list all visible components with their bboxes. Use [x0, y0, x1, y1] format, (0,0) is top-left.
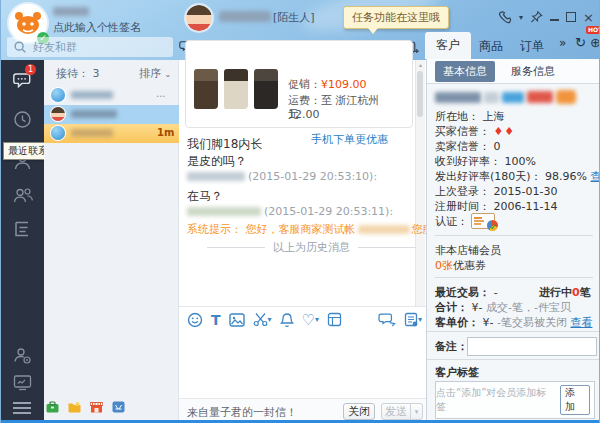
coupon-row: 0张优惠券 [435, 258, 486, 273]
mobile-order-link[interactable]: 手机下单更优惠 [311, 132, 388, 147]
sidebar-account-settings-icon[interactable] [13, 346, 33, 366]
subtab-basic-info[interactable]: 基本信息 [435, 61, 495, 82]
sidebar-workbench-icon[interactable] [13, 374, 33, 394]
tags-placeholder: 点击“添加”对会员添加标签 [436, 386, 556, 414]
reception-count: 接待： 3 [56, 66, 100, 81]
sidebar-messages-icon[interactable] [13, 72, 33, 92]
my-name-blurred [53, 7, 89, 16]
add-panel-icon[interactable]: ⊕ [590, 35, 600, 50]
pin-icon[interactable] [530, 10, 543, 24]
aliwangwang-window: ✓ 点此输入个性签名 [陌生人] ▾ ▾ [0, 0, 600, 423]
quick-reply-icon[interactable] [327, 312, 342, 327]
signature-text[interactable]: 点此输入个性签名 [53, 20, 141, 35]
sort-label: 排序 [139, 67, 161, 80]
in-progress-pre: 进行中 [539, 286, 572, 299]
product-card[interactable]: 促销：¥109.00 运费：至 浙江杭州 12.00 元 [185, 40, 413, 128]
promo-line: 促销：¥109.00 [288, 77, 367, 92]
font-icon[interactable]: T [211, 312, 221, 328]
apps-grid-icon[interactable] [112, 401, 125, 413]
tab-product[interactable]: 商品 [479, 38, 503, 55]
input-toolbar: T ▾ ♡ ▾ ▾ [179, 306, 426, 332]
tab-customer[interactable]: 客户 [425, 32, 471, 59]
screenshot-group[interactable]: ▾ [253, 312, 272, 327]
buzz-icon[interactable] [280, 312, 294, 328]
sort-control[interactable]: 排序 ⌄ [139, 66, 171, 81]
footer-status-text[interactable]: 来自量子君的一封信！ [187, 405, 297, 420]
note-label: 备注： [435, 339, 468, 354]
location-label: 所在地： [435, 110, 479, 123]
avg-order-view-link[interactable]: 查看 [570, 316, 592, 329]
message-1: 我们脚18内长 [187, 136, 262, 153]
product-image-boot3 [254, 69, 278, 109]
sidebar-menu-icon[interactable] [13, 399, 31, 417]
window-controls: ▾ × [497, 8, 597, 26]
chat-history-icon[interactable] [378, 312, 396, 328]
add-tag-button[interactable]: 添加 [560, 385, 590, 415]
location-value: 上海 [483, 110, 505, 123]
contact-2-name-blurred [71, 110, 117, 118]
history-divider: 以上为历史消息 [207, 240, 416, 255]
certification-row: 认证： ✓ [435, 213, 495, 229]
tab-customer-label: 客户 [436, 38, 460, 52]
close-button[interactable]: 关闭 [343, 403, 375, 420]
buyer-badge-blurred-4 [556, 90, 576, 104]
timestamp-1: (2015-01-29 20:53:10): [248, 170, 377, 183]
trade-total-label: 合计： [435, 301, 468, 314]
contact-row-2[interactable] [44, 105, 179, 124]
shipping-line: 运费：至 浙江杭州 12.00 [288, 93, 412, 121]
sidebar-groups-icon[interactable] [13, 186, 33, 206]
contact-1-suffix: ... [156, 88, 166, 99]
scrollbar-thumb[interactable] [417, 71, 423, 117]
buyer-badge-blurred-1 [484, 92, 499, 103]
received-rating-value: 100% [505, 155, 536, 168]
favorites-group[interactable]: ♡ ▾ [302, 313, 319, 327]
contact-footer-icons [46, 401, 125, 413]
contact-row-1[interactable]: ... [44, 86, 179, 105]
search-input[interactable] [31, 40, 165, 55]
tab-order[interactable]: 订单 [520, 38, 544, 55]
contact-row-3[interactable]: 1m [44, 124, 179, 143]
message-log-group[interactable]: ▾ [404, 312, 422, 327]
received-rating-label: 收到好评率： [435, 155, 501, 168]
promo-price: ¥109.00 [321, 78, 367, 91]
timestamp-2: (2015-01-29 20:53:11): [264, 205, 393, 218]
divider-line-right [358, 247, 416, 248]
id-card-icon: ✓ [471, 213, 495, 229]
buyer-reputation-row: 买家信誉： ♦♦ [435, 124, 515, 139]
search-box[interactable] [7, 37, 173, 57]
sidebar-plugins-icon[interactable] [13, 220, 33, 240]
recent-contacts-tooltip-text: 最近联系 [8, 145, 48, 156]
divider-1 [435, 235, 593, 236]
refresh-icon[interactable]: ↻ [575, 35, 586, 50]
chat-scrollbar[interactable]: ▴ [415, 60, 425, 306]
note-input[interactable] [467, 337, 597, 356]
buyer-identity-row [435, 90, 576, 104]
buyer-badge-blurred-3 [527, 91, 553, 103]
folder-icon[interactable] [68, 401, 81, 413]
sender-name-blurred [187, 172, 245, 181]
customer-tags-box[interactable]: 点击“添加”对会员添加标签 添加 [435, 381, 595, 419]
registered-row: 注册时间： 2006-11-14 [435, 199, 557, 214]
scrollbar-up-icon[interactable]: ▴ [416, 60, 425, 69]
message-input-area[interactable] [179, 332, 426, 398]
emoji-icon[interactable] [187, 312, 203, 328]
tabs-expand-icon[interactable]: » [559, 36, 566, 50]
phone-caret-icon[interactable]: ▾ [519, 13, 523, 22]
divider-3 [427, 331, 600, 332]
send-button[interactable]: 发送 [381, 403, 411, 420]
shop-icon[interactable] [90, 401, 103, 413]
close-icon[interactable]: × [583, 11, 594, 24]
workbag-icon[interactable] [46, 401, 59, 413]
peer-avatar[interactable] [186, 5, 212, 31]
history-divider-text: 以上为历史消息 [273, 240, 350, 255]
subtab-service-info[interactable]: 服务信息 [505, 61, 561, 82]
image-icon[interactable] [229, 313, 245, 327]
given-rating-view-link[interactable]: 查看 [591, 170, 600, 183]
seller-reputation-row: 卖家信誉： 0 [435, 139, 501, 154]
sidebar-recent-icon[interactable] [13, 110, 33, 130]
send-caret-button[interactable]: ▾ [410, 403, 423, 420]
subtab-basic-label: 基本信息 [443, 65, 487, 78]
minimize-icon[interactable] [550, 19, 559, 21]
phone-icon[interactable] [497, 10, 512, 25]
maximize-icon[interactable] [566, 12, 576, 22]
